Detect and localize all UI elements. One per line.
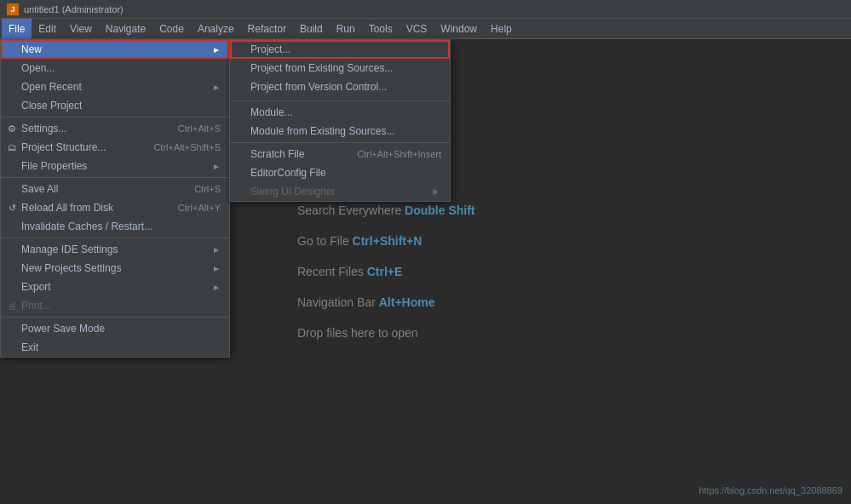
welcome-search: Search Everywhere Double Shift <box>297 203 475 217</box>
submenu-separator-1 <box>230 100 450 101</box>
menu-item-settings[interactable]: ⚙ Settings... Ctrl+Alt+S <box>1 119 229 138</box>
menu-navigate[interactable]: Navigate <box>99 19 152 39</box>
power-save-label: Power Save Mode <box>21 323 105 335</box>
welcome-drop: Drop files here to open <box>297 326 418 340</box>
menu-build[interactable]: Build <box>293 19 330 39</box>
menu-view[interactable]: View <box>63 19 99 39</box>
open-label: Open... <box>21 62 55 74</box>
file-properties-arrow: ► <box>212 162 221 171</box>
separator-2 <box>1 177 229 178</box>
reload-shortcut: Ctrl+Alt+Y <box>178 203 221 213</box>
menu-analyze[interactable]: Analyze <box>191 19 241 39</box>
export-arrow: ► <box>212 283 221 292</box>
module-existing-label: Module from Existing Sources... <box>250 125 394 137</box>
close-project-label: Close Project <box>21 100 82 112</box>
menu-help[interactable]: Help <box>484 19 519 39</box>
editorconfig-label: EditorConfig File <box>250 167 326 179</box>
menu-bar: File Edit View Navigate Code Analyze Ref… <box>0 19 851 39</box>
recent-shortcut: Ctrl+E <box>367 265 403 278</box>
separator-1 <box>1 117 229 117</box>
menu-item-close-project[interactable]: Close Project <box>1 96 229 115</box>
window-title: untitled1 (Administrator) <box>24 4 124 14</box>
menu-item-file-properties[interactable]: File Properties ► <box>1 157 229 175</box>
new-projects-arrow: ► <box>212 264 221 273</box>
submenu-item-project-vcs[interactable]: Project from Version Control... <box>230 77 450 96</box>
main-area: Search Everywhere Double Shift Go to Fil… <box>0 39 851 504</box>
menu-edit[interactable]: Edit <box>32 19 63 39</box>
menu-item-power-save[interactable]: Power Save Mode <box>1 319 229 338</box>
welcome-recent: Recent Files Ctrl+E <box>297 265 402 278</box>
menu-window[interactable]: Window <box>434 19 484 39</box>
menu-item-save-all[interactable]: Save All Ctrl+S <box>1 180 229 198</box>
new-projects-label: New Projects Settings <box>21 262 121 274</box>
title-bar: J untitled1 (Administrator) <box>0 0 851 19</box>
menu-item-project-structure[interactable]: 🗂 Project Structure... Ctrl+Alt+Shift+S <box>1 138 229 157</box>
export-label: Export <box>21 281 51 293</box>
settings-shortcut: Ctrl+Alt+S <box>178 123 221 134</box>
manage-ide-arrow: ► <box>212 245 221 255</box>
open-recent-arrow: ► <box>212 83 221 92</box>
submenu-item-editorconfig[interactable]: EditorConfig File <box>230 163 450 182</box>
watermark: https://blog.csdn.net/qq_32088869 <box>699 485 842 495</box>
submenu-item-module[interactable]: Module... <box>230 103 450 122</box>
print-label: Print... <box>21 300 51 312</box>
menu-refactor[interactable]: Refactor <box>241 19 293 39</box>
reload-icon: ↺ <box>6 202 18 214</box>
app-icon: J <box>7 3 19 15</box>
project-structure-icon: 🗂 <box>6 141 18 153</box>
settings-label: Settings... <box>21 123 66 135</box>
menu-item-new[interactable]: New ► <box>1 40 229 59</box>
file-properties-label: File Properties <box>21 160 87 172</box>
project-vcs-label: Project from Version Control... <box>250 81 387 93</box>
separator-4 <box>1 317 229 318</box>
search-shortcut: Double Shift <box>405 203 474 217</box>
file-menu-dropdown: New ► Open... Open Recent ► Close Projec… <box>0 39 230 358</box>
submenu-item-project-existing[interactable]: Project from Existing Sources... <box>230 59 450 77</box>
menu-item-invalidate[interactable]: Invalidate Caches / Restart... <box>1 217 229 236</box>
new-arrow: ► <box>212 45 221 54</box>
menu-item-export[interactable]: Export ► <box>1 278 229 296</box>
settings-icon: ⚙ <box>6 123 18 135</box>
submenu-separator-2 <box>230 142 450 143</box>
menu-item-open-recent[interactable]: Open Recent ► <box>1 77 229 96</box>
new-label: New <box>21 43 42 55</box>
submenu-item-module-existing[interactable]: Module from Existing Sources... <box>230 122 450 140</box>
menu-item-reload[interactable]: ↺ Reload All from Disk Ctrl+Alt+Y <box>1 198 229 217</box>
welcome-goto-file: Go to File Ctrl+Shift+N <box>297 234 422 248</box>
submenu-item-swing[interactable]: Swing UI Designer ► <box>230 182 450 201</box>
invalidate-label: Invalidate Caches / Restart... <box>21 220 152 232</box>
exit-label: Exit <box>21 341 38 353</box>
module-label: Module... <box>250 106 292 118</box>
menu-run[interactable]: Run <box>330 19 362 39</box>
save-all-label: Save All <box>21 183 58 195</box>
menu-file[interactable]: File <box>2 19 32 39</box>
navbar-shortcut: Alt+Home <box>379 295 435 309</box>
menu-tools[interactable]: Tools <box>362 19 400 39</box>
scratch-shortcut: Ctrl+Alt+Shift+Insert <box>357 149 441 159</box>
menu-vcs[interactable]: VCS <box>400 19 434 39</box>
menu-code[interactable]: Code <box>152 19 191 39</box>
project-structure-shortcut: Ctrl+Alt+Shift+S <box>153 142 221 152</box>
menu-item-exit[interactable]: Exit <box>1 338 229 357</box>
swing-label: Swing UI Designer <box>250 186 335 198</box>
save-all-shortcut: Ctrl+S <box>194 184 221 194</box>
manage-ide-label: Manage IDE Settings <box>21 243 118 255</box>
print-icon: 🖨 <box>6 300 18 312</box>
project-existing-label: Project from Existing Sources... <box>250 62 393 74</box>
menu-item-manage-ide[interactable]: Manage IDE Settings ► <box>1 240 229 259</box>
menu-item-open[interactable]: Open... <box>1 59 229 77</box>
swing-arrow: ► <box>431 186 441 198</box>
scratch-label: Scratch File <box>250 148 304 160</box>
submenu-item-scratch[interactable]: Scratch File Ctrl+Alt+Shift+Insert <box>230 145 450 163</box>
new-submenu: Project... Project from Existing Sources… <box>229 39 451 202</box>
reload-label: Reload All from Disk <box>21 202 113 214</box>
goto-shortcut: Ctrl+Shift+N <box>353 234 423 248</box>
project-label: Project... <box>250 43 290 55</box>
welcome-navbar: Navigation Bar Alt+Home <box>297 295 434 309</box>
project-structure-label: Project Structure... <box>21 141 106 153</box>
separator-3 <box>1 238 229 238</box>
menu-item-new-projects[interactable]: New Projects Settings ► <box>1 259 229 278</box>
submenu-item-project[interactable]: Project... <box>230 40 450 59</box>
menu-item-print[interactable]: 🖨 Print... <box>1 296 229 315</box>
open-recent-label: Open Recent <box>21 81 82 93</box>
